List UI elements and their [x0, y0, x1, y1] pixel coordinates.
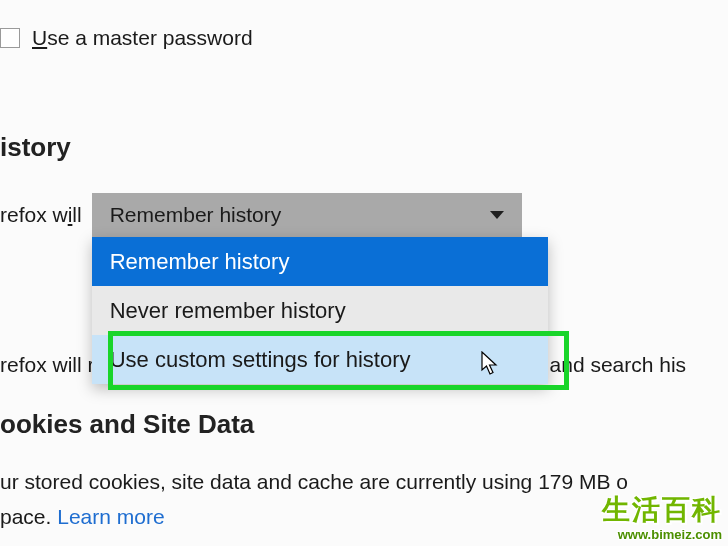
history-dropdown-list: Remember history Never remember history …	[92, 237, 548, 384]
chevron-down-icon	[490, 211, 504, 219]
master-password-label: Use a master password	[32, 26, 253, 50]
firefox-will-label: refox will	[0, 203, 82, 227]
dropdown-option-never[interactable]: Never remember history	[92, 286, 548, 335]
dropdown-option-custom[interactable]: Use custom settings for history	[92, 335, 548, 384]
learn-more-link[interactable]: Learn more	[57, 505, 164, 528]
dropdown-selected-label: Remember history	[110, 203, 282, 227]
history-mode-dropdown[interactable]: Remember history	[92, 193, 522, 237]
cookies-heading: ookies and Site Data	[0, 409, 728, 440]
dropdown-option-remember[interactable]: Remember history	[92, 237, 548, 286]
master-password-checkbox[interactable]	[0, 28, 20, 48]
history-heading: istory	[0, 132, 728, 163]
watermark: 生活百科 www.bimeiz.com	[602, 491, 722, 542]
